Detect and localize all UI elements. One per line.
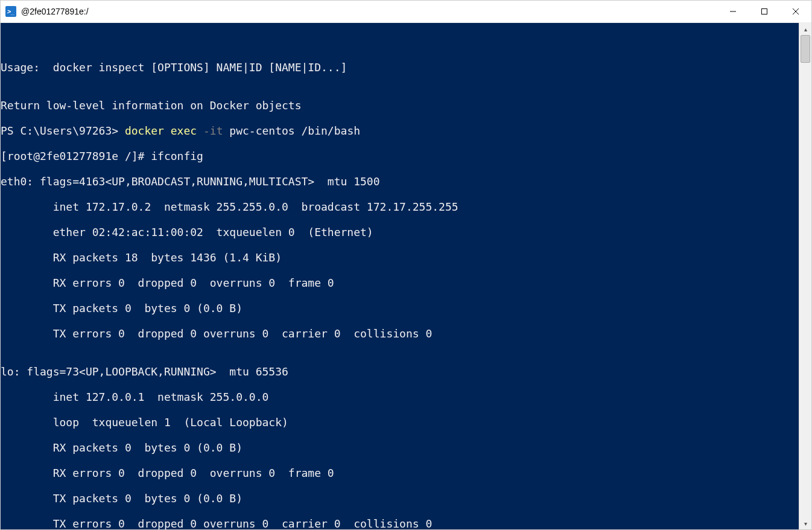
- output-line: TX packets 0 bytes 0 (0.0 B): [1, 492, 799, 505]
- window-body: Usage: docker inspect [OPTIONS] NAME|ID …: [1, 23, 811, 529]
- output-line: [root@2fe01277891e /]# ifconfig: [1, 150, 799, 162]
- scroll-thumb[interactable]: [801, 35, 810, 63]
- minimize-button[interactable]: [717, 1, 749, 22]
- title-left: >_ @2fe01277891e:/: [1, 6, 89, 17]
- output-line: RX errors 0 dropped 0 overruns 0 frame 0: [1, 467, 799, 479]
- cmd-flag: -it: [203, 124, 229, 137]
- window-controls: [717, 1, 811, 22]
- maximize-button[interactable]: [749, 1, 780, 22]
- scroll-down-arrow-icon[interactable]: ▾: [799, 517, 811, 529]
- output-line: loop txqueuelen 1 (Local Loopback): [1, 416, 799, 429]
- svg-rect-1: [762, 9, 767, 14]
- output-line: RX packets 18 bytes 1436 (1.4 KiB): [1, 251, 799, 264]
- output-line: TX packets 0 bytes 0 (0.0 B): [1, 302, 799, 314]
- output-line: TX errors 0 dropped 0 overruns 0 carrier…: [1, 327, 799, 340]
- terminal-pane[interactable]: Usage: docker inspect [OPTIONS] NAME|ID …: [1, 23, 799, 529]
- ps-prompt: PS C:\Users\97263>: [1, 124, 125, 137]
- window-title: @2fe01277891e:/: [21, 7, 89, 16]
- cmd-args: pwc-centos /bin/bash: [229, 124, 360, 137]
- output-line: RX errors 0 dropped 0 overruns 0 frame 0: [1, 276, 799, 289]
- output-line: lo: flags=73<UP,LOOPBACK,RUNNING> mtu 65…: [1, 365, 799, 378]
- output-line: inet 172.17.0.2 netmask 255.255.0.0 broa…: [1, 200, 799, 213]
- powershell-icon: >_: [5, 6, 16, 17]
- output-line: Return low-level information on Docker o…: [1, 99, 799, 112]
- close-button[interactable]: [780, 1, 811, 22]
- output-line: inet 127.0.0.1 netmask 255.0.0.0: [1, 391, 799, 403]
- output-line: ether 02:42:ac:11:00:02 txqueuelen 0 (Et…: [1, 226, 799, 238]
- cmd-docker: docker: [125, 124, 171, 137]
- scroll-up-arrow-icon[interactable]: ▴: [799, 23, 811, 35]
- titlebar[interactable]: >_ @2fe01277891e:/: [1, 1, 811, 23]
- vertical-scrollbar[interactable]: ▴ ▾: [799, 23, 811, 529]
- output-line: TX errors 0 dropped 0 overruns 0 carrier…: [1, 517, 799, 529]
- cmd-exec: exec: [171, 124, 203, 137]
- output-line: RX packets 0 bytes 0 (0.0 B): [1, 441, 799, 454]
- prompt-line: PS C:\Users\97263> docker exec -it pwc-c…: [1, 124, 799, 137]
- terminal-content: Usage: docker inspect [OPTIONS] NAME|ID …: [1, 48, 799, 529]
- powershell-window: >_ @2fe01277891e:/ Usage: docker inspect…: [0, 0, 812, 530]
- output-line: eth0: flags=4163<UP,BROADCAST,RUNNING,MU…: [1, 175, 799, 188]
- output-line: Usage: docker inspect [OPTIONS] NAME|ID …: [1, 61, 799, 74]
